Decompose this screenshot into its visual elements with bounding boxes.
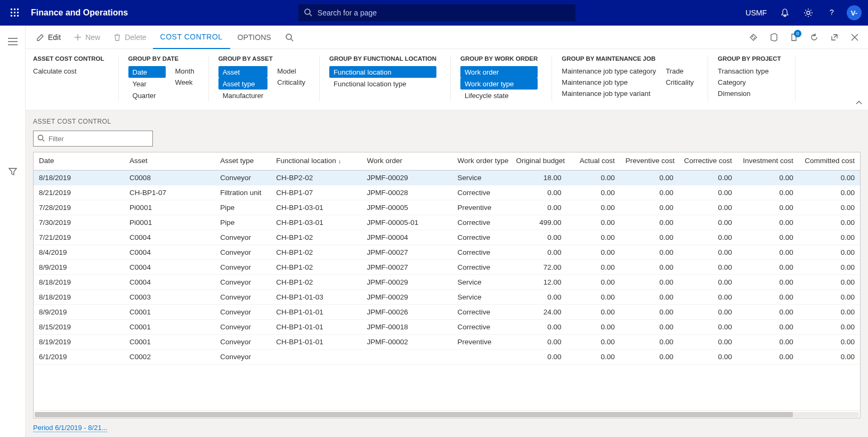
cell-corrective[interactable]: 0.00 [679, 200, 737, 215]
cell-orig_budget[interactable]: 499.00 [511, 215, 567, 230]
cell-work_order[interactable]: JPMF-00029 [361, 290, 452, 305]
cell-investment[interactable]: 0.00 [737, 335, 799, 350]
cell-corrective[interactable]: 0.00 [679, 185, 737, 200]
cell-asset_type[interactable]: Conveyor [215, 290, 271, 305]
group-month-link[interactable]: Month [175, 66, 194, 76]
notifications-icon[interactable]: 0 [785, 28, 803, 46]
period-link[interactable]: Period 6/1/2019 - 8/21... [33, 424, 107, 432]
cell-date[interactable]: 8/15/2019 [34, 320, 124, 335]
cell-orig_budget[interactable]: 18.00 [511, 171, 567, 185]
cell-work_order[interactable]: JPMF-00027 [361, 245, 452, 260]
cell-preventive[interactable]: 0.00 [620, 230, 679, 245]
cell-preventive[interactable]: 0.00 [620, 350, 679, 365]
cell-func_loc[interactable] [271, 350, 361, 365]
cell-actual[interactable]: 0.00 [567, 290, 620, 305]
attach-icon[interactable] [744, 28, 762, 46]
cell-work_order[interactable] [361, 350, 452, 365]
cell-preventive[interactable]: 0.00 [620, 171, 679, 185]
cell-preventive[interactable]: 0.00 [620, 320, 679, 335]
cell-committed[interactable]: 0.00 [799, 290, 860, 305]
help-icon[interactable]: ? [821, 0, 842, 26]
cell-corrective[interactable]: 0.00 [679, 305, 737, 320]
cell-orig_budget[interactable]: 0.00 [511, 185, 567, 200]
cell-date[interactable]: 8/18/2019 [34, 290, 124, 305]
cell-actual[interactable]: 0.00 [567, 350, 620, 365]
col-asset-type[interactable]: Asset type [215, 152, 271, 171]
cell-committed[interactable]: 0.00 [799, 230, 860, 245]
col-investment[interactable]: Investment cost [737, 152, 799, 171]
cell-asset_type[interactable]: Pipe [215, 200, 271, 215]
cell-committed[interactable]: 0.00 [799, 335, 860, 350]
col-date[interactable]: Date [34, 152, 124, 171]
cell-orig_budget[interactable]: 72.00 [511, 260, 567, 275]
gear-icon[interactable] [798, 0, 819, 26]
cell-actual[interactable]: 0.00 [567, 320, 620, 335]
cell-asset[interactable]: C0004 [124, 260, 215, 275]
cell-orig_budget[interactable]: 0.00 [511, 290, 567, 305]
cell-asset_type[interactable]: Conveyor [215, 350, 271, 365]
grid-filter-input[interactable] [33, 131, 153, 147]
cell-asset_type[interactable]: Pipe [215, 215, 271, 230]
cell-func_loc[interactable]: CH-BP1-02 [271, 275, 361, 290]
cell-actual[interactable]: 0.00 [567, 215, 620, 230]
cell-asset[interactable]: Pi0001 [124, 215, 215, 230]
cell-wo_type[interactable] [452, 350, 511, 365]
company-name[interactable]: USMF [745, 9, 767, 17]
cell-actual[interactable]: 0.00 [567, 230, 620, 245]
cell-preventive[interactable]: 0.00 [620, 200, 679, 215]
group-job-type-link[interactable]: Maintenance job type [562, 77, 656, 87]
cell-corrective[interactable]: 0.00 [679, 245, 737, 260]
global-search-input[interactable] [298, 4, 575, 21]
cell-investment[interactable]: 0.00 [737, 350, 799, 365]
group-year-button[interactable]: Year [128, 78, 166, 90]
cell-investment[interactable]: 0.00 [737, 320, 799, 335]
cell-corrective[interactable]: 0.00 [679, 350, 737, 365]
cell-asset[interactable]: C0003 [124, 290, 215, 305]
cell-wo_type[interactable]: Corrective [452, 215, 511, 230]
cell-preventive[interactable]: 0.00 [620, 305, 679, 320]
cell-preventive[interactable]: 0.00 [620, 245, 679, 260]
cell-asset[interactable]: C0004 [124, 245, 215, 260]
cell-actual[interactable]: 0.00 [567, 200, 620, 215]
cell-work_order[interactable]: JPMF-00005 [361, 200, 452, 215]
cell-asset_type[interactable]: Conveyor [215, 260, 271, 275]
cell-committed[interactable]: 0.00 [799, 245, 860, 260]
cell-asset[interactable]: C0001 [124, 320, 215, 335]
cell-committed[interactable]: 0.00 [799, 215, 860, 230]
table-row[interactable]: 7/28/2019Pi0001PipeCH-BP1-03-01JPMF-0000… [34, 200, 860, 215]
cell-actual[interactable]: 0.00 [567, 185, 620, 200]
bell-icon[interactable] [774, 0, 796, 26]
cell-corrective[interactable]: 0.00 [679, 215, 737, 230]
cell-work_order[interactable]: JPMF-00005-01 [361, 215, 452, 230]
cell-asset_type[interactable]: Conveyor [215, 245, 271, 260]
cell-orig_budget[interactable]: 12.00 [511, 275, 567, 290]
cell-date[interactable]: 8/18/2019 [34, 171, 124, 185]
cell-corrective[interactable]: 0.00 [679, 171, 737, 185]
cell-actual[interactable]: 0.00 [567, 171, 620, 185]
group-manufacturer-button[interactable]: Manufacturer [218, 90, 268, 101]
user-avatar[interactable]: V- [847, 5, 862, 20]
cell-investment[interactable]: 0.00 [737, 260, 799, 275]
table-row[interactable]: 8/18/2019C0003ConveyorCH-BP1-01-03JPMF-0… [34, 290, 860, 305]
cell-wo_type[interactable]: Service [452, 290, 511, 305]
cell-asset_type[interactable]: Conveyor [215, 230, 271, 245]
group-job-criticality-link[interactable]: Criticality [666, 77, 694, 87]
group-criticality-link[interactable]: Criticality [277, 77, 305, 87]
cell-wo_type[interactable]: Service [452, 275, 511, 290]
cell-date[interactable]: 6/1/2019 [34, 350, 124, 365]
cell-date[interactable]: 8/9/2019 [34, 260, 124, 275]
cell-date[interactable]: 7/21/2019 [34, 230, 124, 245]
refresh-icon[interactable] [805, 28, 823, 46]
cell-preventive[interactable]: 0.00 [620, 290, 679, 305]
cell-func_loc[interactable]: CH-BP1-01-01 [271, 335, 361, 350]
cell-actual[interactable]: 0.00 [567, 260, 620, 275]
cell-work_order[interactable]: JPMF-00028 [361, 185, 452, 200]
cell-func_loc[interactable]: CH-BP1-01-01 [271, 305, 361, 320]
cell-asset_type[interactable]: Conveyor [215, 320, 271, 335]
cell-asset[interactable]: C0008 [124, 171, 215, 185]
col-asset[interactable]: Asset [124, 152, 215, 171]
filter-icon[interactable] [4, 163, 21, 180]
cell-asset_type[interactable]: Conveyor [215, 275, 271, 290]
col-preventive[interactable]: Preventive cost [620, 152, 679, 171]
chevron-up-icon[interactable] [855, 99, 863, 107]
